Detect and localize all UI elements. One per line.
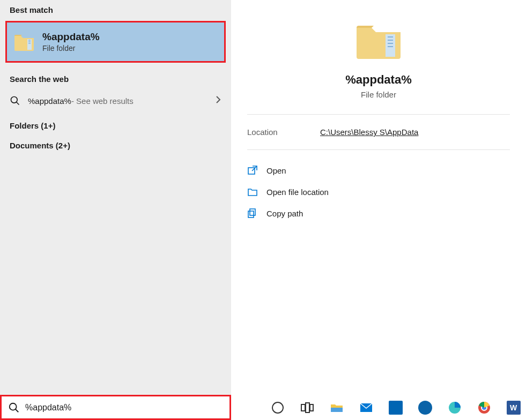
svg-rect-20 — [310, 404, 313, 411]
svg-rect-8 — [386, 34, 395, 57]
svg-point-4 — [11, 97, 18, 103]
search-bar[interactable] — [0, 395, 231, 420]
search-input[interactable] — [25, 403, 223, 412]
action-label: Copy path — [266, 209, 303, 218]
detail-title: %appdata% — [345, 73, 411, 87]
svg-rect-18 — [301, 404, 305, 411]
search-web-header: Search the web — [0, 66, 231, 88]
search-icon — [8, 402, 20, 414]
action-label: Open file location — [266, 188, 329, 197]
action-label: Open — [266, 166, 286, 175]
results-panel: Best match %appdata% File folder Search … — [0, 0, 231, 420]
taskbar-edge[interactable] — [442, 395, 467, 420]
taskbar-mail[interactable] — [354, 395, 379, 420]
detail-panel: %appdata% File folder Location C:\Users\… — [231, 0, 526, 420]
svg-rect-0 — [27, 39, 32, 50]
taskbar-cortana[interactable] — [265, 395, 291, 420]
web-result-query: %appdata% — [28, 96, 71, 106]
svg-point-17 — [272, 402, 283, 413]
taskbar-task-view[interactable] — [295, 395, 320, 420]
action-copy-path[interactable]: Copy path — [247, 202, 510, 224]
svg-rect-21 — [331, 408, 343, 412]
chevron-right-icon — [215, 95, 221, 106]
svg-rect-15 — [250, 209, 255, 215]
action-open[interactable]: Open — [247, 160, 510, 181]
location-label: Location — [247, 128, 320, 137]
svg-line-7 — [16, 409, 19, 412]
svg-point-6 — [10, 403, 17, 410]
taskbar-word[interactable]: W — [501, 395, 526, 420]
web-result-suffix: - See web results — [71, 96, 134, 106]
action-open-location[interactable]: Open file location — [247, 181, 510, 202]
category-folders[interactable]: Folders (1+) — [0, 114, 231, 133]
svg-line-5 — [17, 102, 19, 105]
folder-icon — [13, 32, 35, 52]
taskbar: W — [231, 395, 526, 420]
best-match-result[interactable]: %appdata% File folder — [5, 21, 226, 63]
detail-subtitle: File folder — [361, 90, 396, 99]
taskbar-dell[interactable] — [412, 395, 438, 420]
taskbar-chrome[interactable] — [471, 395, 497, 420]
folder-icon — [354, 19, 403, 61]
svg-rect-16 — [248, 211, 254, 218]
taskbar-photos[interactable] — [383, 395, 409, 420]
best-match-subtitle: File folder — [42, 44, 100, 52]
copy-icon — [247, 208, 258, 219]
category-documents[interactable]: Documents (2+) — [0, 133, 231, 153]
taskbar-file-explorer[interactable] — [324, 395, 350, 420]
svg-rect-19 — [306, 403, 309, 412]
folder-location-icon — [247, 186, 258, 197]
location-path[interactable]: C:\Users\Blessy S\AppData — [320, 128, 418, 137]
web-result-row[interactable]: %appdata% - See web results — [3, 88, 228, 114]
open-icon — [247, 165, 258, 176]
search-icon — [10, 95, 20, 106]
best-match-title: %appdata% — [42, 31, 100, 43]
best-match-header: Best match — [0, 0, 231, 18]
